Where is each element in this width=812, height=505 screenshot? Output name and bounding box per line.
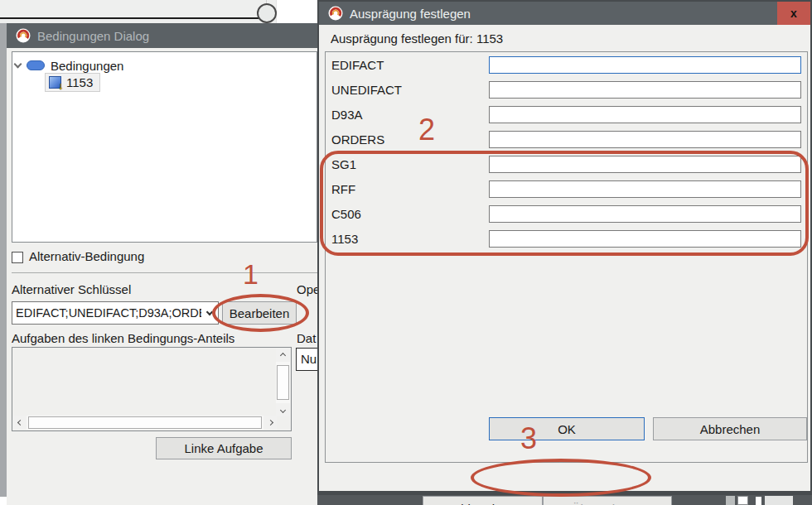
vertical-scrollbar[interactable] — [276, 349, 290, 416]
alternativer-schluessel-label: Alternativer Schlüssel — [12, 282, 131, 296]
scroll-down-button[interactable] — [276, 403, 290, 416]
orders-input[interactable] — [489, 131, 801, 148]
field-label-orders: ORDERS — [331, 131, 384, 148]
ok-button[interactable]: OK — [489, 417, 645, 440]
tree-node-bedingungen[interactable]: Bedingungen — [15, 56, 123, 75]
unedifact-input[interactable] — [489, 81, 801, 99]
chevron-up-icon — [280, 352, 286, 358]
field-label-c506: C506 — [331, 205, 361, 223]
separator — [12, 272, 317, 273]
app-logo-icon — [328, 6, 343, 21]
tree-item-label: 1153 — [66, 75, 93, 89]
tree-expander-icon[interactable] — [14, 60, 22, 69]
horizontal-scrollbar[interactable] — [13, 416, 277, 430]
background-canvas — [0, 0, 317, 23]
bedingungen-dialog: Bedingungen Dialog Bedingungen ↓ 1153 Al… — [0, 23, 317, 505]
bedingungen-dialog-titlebar[interactable]: Bedingungen Dialog — [7, 23, 317, 48]
field-label-rff: RFF — [331, 180, 355, 198]
abbrechen-button[interactable]: Abbrechen — [653, 417, 807, 440]
diagram-node-circle — [257, 3, 277, 23]
uebernehmen-button-label: Übernehmen — [572, 502, 644, 505]
combobox-dropdown-icon[interactable] — [201, 312, 218, 315]
linke-aufgabe-button-label: Linke Aufgabe — [184, 441, 263, 455]
rff-input[interactable] — [489, 180, 801, 198]
field-label-d93a: D93A — [331, 106, 363, 123]
horizontal-scroll-thumb[interactable] — [28, 416, 262, 429]
field-label-edifact: EDIFACT — [331, 56, 384, 74]
taskbar-fragment — [726, 496, 735, 505]
bearbeiten-button[interactable]: Bearbeiten — [222, 301, 297, 325]
field-label-unedifact: UNEDIFACT — [331, 81, 402, 99]
condition-group-icon — [27, 60, 45, 70]
edifact-input[interactable] — [489, 56, 801, 74]
auspraegung-dialog-titlebar[interactable]: Ausprägung festlegen — [319, 2, 810, 25]
tree-node-1153[interactable]: ↓ 1153 — [45, 73, 100, 92]
linke-aufgabe-button[interactable]: Linke Aufgabe — [156, 437, 292, 459]
field-label-1153: 1153 — [331, 230, 358, 248]
combobox-value: EDIFACT;UNEDIFACT;D93A;ORDERS;S — [12, 306, 201, 320]
sg1-input[interactable] — [489, 156, 801, 173]
scroll-left-button[interactable] — [13, 416, 27, 430]
abbrechen-button-label: Abbrechen — [700, 422, 761, 436]
background-panel — [0, 0, 277, 23]
field-1153-input[interactable] — [489, 230, 801, 248]
alternativ-bedingung-label: Alternativ-Bedingung — [29, 249, 144, 263]
alternative-key-combobox[interactable]: EDIFACT;UNEDIFACT;D93A;ORDERS;S — [12, 301, 219, 325]
taskbar-fragment — [756, 497, 761, 505]
bearbeiten-button-label: Bearbeiten — [230, 306, 290, 320]
aufgaben-label: Aufgaben des linken Bedingungs-Anteils — [12, 331, 234, 345]
diagram-connector-line — [0, 17, 264, 19]
vertical-scroll-thumb[interactable] — [277, 365, 289, 400]
chevron-down-icon — [280, 406, 286, 412]
abbrechen-button-label: Abbrechen — [452, 502, 513, 505]
scroll-up-button[interactable] — [276, 349, 290, 362]
close-icon: x — [790, 7, 797, 20]
field-label-sg1: SG1 — [331, 156, 356, 173]
close-button[interactable]: x — [777, 2, 810, 25]
auspraegung-dialog: Ausprägung festlegen x Ausprägung festle… — [317, 0, 812, 495]
c506-input[interactable] — [489, 205, 801, 223]
numerisch-field-clipped[interactable]: Nu — [296, 348, 317, 371]
bedingungen-uebernehmen-button[interactable]: Übernehmen — [543, 496, 672, 505]
taskbar-fragment — [765, 496, 793, 505]
chevron-left-icon — [17, 420, 22, 426]
scroll-right-button[interactable] — [263, 416, 277, 430]
bedingungen-abbrechen-button[interactable]: Abbrechen — [423, 496, 543, 505]
left-condition-tasks-textarea[interactable] — [12, 347, 292, 431]
condition-item-icon: ↓ — [49, 76, 61, 89]
d93a-input[interactable] — [489, 106, 801, 123]
window-border — [0, 23, 7, 497]
taskbar-fragment — [737, 496, 748, 505]
operator-label-clipped: Ope — [297, 282, 319, 296]
ok-button-label: OK — [558, 422, 576, 436]
chevron-right-icon — [267, 420, 273, 426]
auspraegung-dialog-title: Ausprägung festlegen — [350, 7, 471, 21]
bedingungen-dialog-title: Bedingungen Dialog — [37, 29, 149, 43]
datentyp-label-clipped: Dat — [297, 331, 319, 345]
alternativ-bedingung-checkbox[interactable] — [12, 252, 23, 263]
dialog-subtitle: Ausprägung festlegen für: 1153 — [331, 31, 503, 46]
app-logo-icon — [16, 28, 31, 43]
tree-node-label: Bedingungen — [51, 59, 123, 73]
